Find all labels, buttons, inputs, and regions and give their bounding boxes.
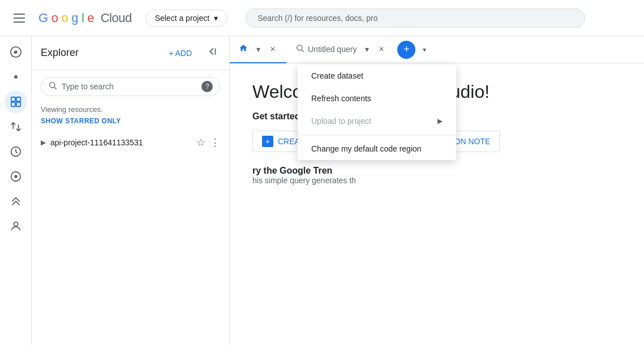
main-layout: Explorer + ADD [0,36,644,345]
rail-item-pipeline[interactable] [5,190,27,213]
project-name: api-project-111641133531 [50,138,192,147]
help-icon[interactable]: ? [201,81,213,92]
plus-icon: + [403,44,410,55]
google-cloud-logo: Google Google CloudCloud [38,11,132,25]
svg-rect-4 [11,102,15,106]
dropdown-item-create-dataset[interactable]: Create dataset [298,64,456,87]
project-actions: ☆ ⋮ [196,136,220,149]
content-area: ▾ ✕ Untitled query ▾ ✕ + [230,36,644,345]
search-placeholder: Search (/) for resources, docs, pro [257,14,377,23]
collapse-button[interactable] [203,43,220,63]
sql-icon: + [262,136,273,147]
icon-rail [0,36,32,345]
rail-item-explorer[interactable] [5,90,27,113]
sidebar-search-box[interactable]: ? [41,77,220,96]
svg-point-8 [15,175,17,178]
add-tab-button[interactable]: + [397,41,415,59]
add-button[interactable]: + ADD [164,46,196,60]
dropdown-item-refresh-contents[interactable]: Refresh contents [298,87,456,110]
search-icon [48,81,57,92]
dropdown-divider [298,135,456,135]
project-row[interactable]: ▶ api-project-111641133531 ☆ ⋮ [32,132,229,153]
sidebar-actions: + ADD [164,43,220,63]
tab-home-chevron[interactable]: ▾ [251,42,265,56]
svg-point-9 [14,222,18,226]
add-label: + ADD [169,49,192,58]
svg-point-11 [50,83,55,88]
rail-item-scheduled[interactable] [5,165,27,188]
tab-bar: ▾ ✕ Untitled query ▾ ✕ + [230,36,644,63]
project-selector[interactable]: Select a project ▾ [145,10,228,27]
star-icon[interactable]: ☆ [196,136,205,149]
topbar: Google Google CloudCloud Select a projec… [0,0,644,36]
dropdown-item-change-region[interactable]: Change my default code region [298,137,456,160]
rail-item-user[interactable] [5,215,27,238]
rail-item-dot[interactable] [5,66,27,88]
rail-item-transfers[interactable] [5,115,27,138]
dropdown-item-upload-project: Upload to project ▶ [298,110,456,132]
rail-item-history[interactable] [5,140,27,163]
sidebar-explorer: Explorer + ADD [32,36,230,345]
tab-home[interactable]: ▾ ✕ [230,36,286,63]
sidebar-title: Explorer [41,47,79,59]
home-icon [239,44,248,55]
expand-arrow-icon: ▶ [41,139,46,146]
sidebar-header: Explorer + ADD [32,36,229,70]
tab-query-chevron[interactable]: ▾ [360,42,373,56]
rail-item-analytics[interactable] [5,41,27,63]
chevron-down-icon: ▾ [423,46,426,54]
tab-query-close[interactable]: ✕ [377,45,386,54]
try-google-desc: his simple query generates th [252,176,621,185]
svg-line-14 [302,50,304,52]
svg-rect-5 [16,102,20,106]
query-icon [295,44,304,55]
tab-query[interactable]: Untitled query ▾ ✕ [286,36,395,63]
svg-rect-3 [16,97,20,101]
svg-rect-2 [11,97,15,101]
project-selector-label: Select a project [155,14,210,23]
viewing-resources-text: Viewing resources. [32,103,229,116]
search-input[interactable] [62,82,197,91]
global-search-bar[interactable]: Search (/) for resources, docs, pro [246,8,585,28]
tab-query-label: Untitled query [308,45,357,54]
svg-point-1 [14,50,18,54]
try-google-title: ry the Google Tren [252,166,621,176]
chevron-down-icon: ▾ [214,14,218,23]
context-dropdown-menu: Create dataset Refresh contents Upload t… [298,64,456,160]
show-starred-button[interactable]: SHOW STARRED ONLY [32,116,229,132]
hamburger-menu-button[interactable] [9,9,29,27]
tab-overflow-dropdown[interactable]: ▾ [415,41,433,59]
submenu-chevron-icon: ▶ [437,117,443,125]
svg-point-13 [297,45,302,50]
more-vert-icon[interactable]: ⋮ [210,136,220,149]
svg-line-12 [54,87,57,89]
tab-home-close[interactable]: ✕ [268,45,277,54]
